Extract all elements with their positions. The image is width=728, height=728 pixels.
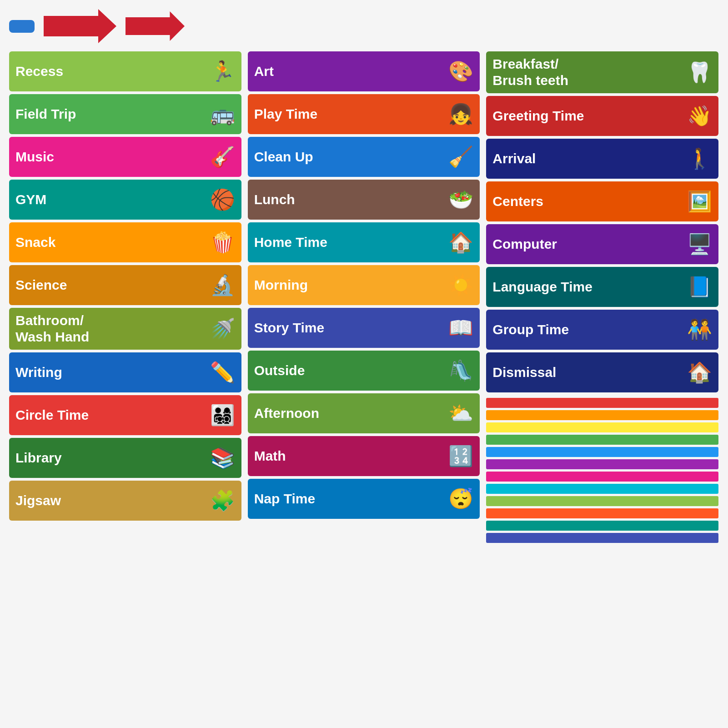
card-icon: 🚶 bbox=[687, 147, 712, 171]
card-icon: 🍿 bbox=[210, 231, 235, 254]
schedule-card: Clean Up🧹 bbox=[248, 137, 480, 177]
card-label: Lunch bbox=[254, 191, 445, 208]
schedule-card: Breakfast/ Brush teeth🦷 bbox=[486, 51, 718, 93]
schedule-card: Recess🏃 bbox=[9, 51, 241, 91]
schedule-card: Computer🖥️ bbox=[486, 224, 718, 264]
schedule-card: Snack🍿 bbox=[9, 222, 241, 262]
color-strip bbox=[486, 533, 718, 543]
card-icon: 📚 bbox=[210, 446, 235, 470]
card-icon: 🧹 bbox=[448, 145, 473, 169]
card-icon: 🎸 bbox=[210, 145, 235, 169]
card-label: Field Trip bbox=[15, 106, 206, 122]
schedule-card: Field Trip🚌 bbox=[9, 94, 241, 134]
color-strip bbox=[486, 484, 718, 494]
right-column: Breakfast/ Brush teeth🦷Greeting Time👋Arr… bbox=[486, 51, 718, 543]
card-label: Math bbox=[254, 448, 445, 464]
card-label: Library bbox=[15, 450, 206, 466]
card-label: Breakfast/ Brush teeth bbox=[492, 56, 683, 89]
card-label: Circle Time bbox=[15, 407, 206, 423]
schedule-card: Math🔢 bbox=[248, 436, 480, 476]
card-icon: 👧 bbox=[448, 102, 473, 126]
card-label: Recess bbox=[15, 63, 206, 80]
schedule-card: Play Time👧 bbox=[248, 94, 480, 134]
card-icon: 🖼️ bbox=[687, 190, 712, 213]
schedule-card: Library📚 bbox=[9, 438, 241, 478]
card-icon: 🦷 bbox=[687, 60, 712, 84]
card-icon: ☀️ bbox=[448, 273, 473, 297]
card-label: Nap Time bbox=[254, 491, 445, 507]
schedule-card: Writing✏️ bbox=[9, 352, 241, 392]
card-icon: 🧩 bbox=[210, 489, 235, 512]
color-strip bbox=[486, 447, 718, 457]
card-label: Language Time bbox=[492, 279, 683, 295]
color-strip bbox=[486, 521, 718, 531]
card-icon: 🖥️ bbox=[687, 232, 712, 256]
schedule-card: Music🎸 bbox=[9, 137, 241, 177]
schedule-card: Bathroom/ Wash Hand🚿 bbox=[9, 308, 241, 350]
card-label: GYM bbox=[15, 191, 206, 208]
card-icon: 🏃 bbox=[210, 60, 235, 83]
card-label: Writing bbox=[15, 364, 206, 381]
card-label: Arrival bbox=[492, 151, 683, 167]
card-label: Snack bbox=[15, 234, 206, 251]
columns-row: Recess🏃Field Trip🚌Music🎸GYM🏀Snack🍿Scienc… bbox=[9, 51, 718, 543]
main-container: Recess🏃Field Trip🚌Music🎸GYM🏀Snack🍿Scienc… bbox=[9, 9, 718, 543]
color-strip bbox=[486, 435, 718, 445]
middle-column: Art🎨Play Time👧Clean Up🧹Lunch🥗Home Time🏠M… bbox=[248, 51, 480, 519]
color-strip bbox=[486, 459, 718, 469]
card-icon: 🧑‍🤝‍🧑 bbox=[687, 318, 712, 341]
schedule-card: Lunch🥗 bbox=[248, 180, 480, 220]
card-icon: 🔬 bbox=[210, 273, 235, 297]
schedule-card: Story Time📖 bbox=[248, 308, 480, 348]
card-label: Home Time bbox=[254, 234, 445, 251]
card-label: Bathroom/ Wash Hand bbox=[15, 312, 206, 345]
card-icon: 👋 bbox=[687, 104, 712, 128]
schedule-card: Greeting Time👋 bbox=[486, 96, 718, 136]
card-icon: 🛝 bbox=[448, 359, 473, 382]
card-label: Greeting Time bbox=[492, 108, 683, 124]
color-strip bbox=[486, 508, 718, 518]
card-label: Jigsaw bbox=[15, 492, 206, 509]
schedule-card: Afternoon⛅ bbox=[248, 393, 480, 433]
color-strips-section bbox=[486, 398, 718, 543]
color-strip bbox=[486, 496, 718, 506]
card-label: Clean Up bbox=[254, 149, 445, 165]
card-label: Morning bbox=[254, 277, 445, 293]
card-label: Science bbox=[15, 277, 206, 293]
card-label: Story Time bbox=[254, 320, 445, 336]
card-label: Group Time bbox=[492, 321, 683, 338]
card-icon: 🏠 bbox=[687, 361, 712, 384]
card-icon: 🏀 bbox=[210, 188, 235, 211]
card-icon: 🏠 bbox=[448, 231, 473, 254]
card-label: Dismissal bbox=[492, 364, 683, 381]
card-icon: 🔢 bbox=[448, 444, 473, 468]
card-icon: 😴 bbox=[448, 487, 473, 511]
schedule-card: Dismissal🏠 bbox=[486, 352, 718, 392]
card-label: Computer bbox=[492, 236, 683, 252]
card-icon: 🚿 bbox=[210, 317, 235, 341]
card-icon: 👨‍👩‍👧‍👦 bbox=[210, 403, 235, 427]
card-icon: ⛅ bbox=[448, 402, 473, 425]
card-label: Outside bbox=[254, 362, 445, 379]
schedule-card: Group Time🧑‍🤝‍🧑 bbox=[486, 310, 718, 350]
card-icon: 📘 bbox=[687, 275, 712, 299]
color-strip bbox=[486, 422, 718, 432]
schedule-card: Language Time📘 bbox=[486, 267, 718, 307]
card-icon: 📖 bbox=[448, 316, 473, 340]
schedule-card: Science🔬 bbox=[9, 265, 241, 305]
arrow-left-icon-1 bbox=[44, 9, 116, 43]
schedule-card: GYM🏀 bbox=[9, 180, 241, 220]
left-column: Recess🏃Field Trip🚌Music🎸GYM🏀Snack🍿Scienc… bbox=[9, 51, 241, 521]
color-strip bbox=[486, 472, 718, 482]
schedule-card: Centers🖼️ bbox=[486, 181, 718, 221]
card-icon: 🎨 bbox=[448, 60, 473, 83]
schedule-card: Morning☀️ bbox=[248, 265, 480, 305]
title-banner bbox=[9, 20, 35, 33]
card-icon: 🥗 bbox=[448, 188, 473, 211]
header-row bbox=[9, 9, 718, 43]
color-strip bbox=[486, 410, 718, 420]
card-icon: ✏️ bbox=[210, 361, 235, 384]
schedule-card: Circle Time👨‍👩‍👧‍👦 bbox=[9, 395, 241, 435]
card-label: Music bbox=[15, 149, 206, 165]
card-label: Play Time bbox=[254, 106, 445, 122]
